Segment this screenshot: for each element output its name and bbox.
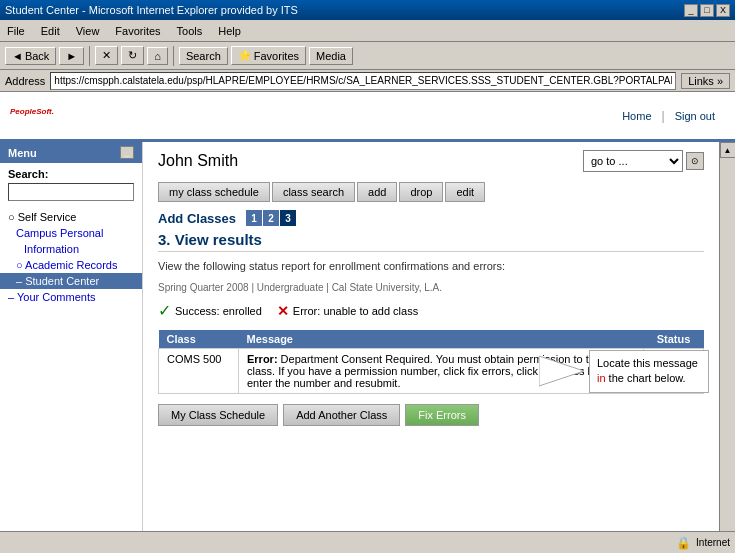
sidebar-item-campus-personal[interactable]: Campus Personal bbox=[0, 225, 142, 241]
goto-select[interactable]: go to ... bbox=[583, 150, 683, 172]
goto-button[interactable]: ⊙ bbox=[686, 152, 704, 170]
bottom-buttons: My Class Schedule Add Another Class Fix … bbox=[158, 404, 704, 426]
content-area: John Smith go to ... ⊙ my class schedule… bbox=[143, 142, 719, 553]
home-button[interactable]: ⌂ bbox=[147, 47, 168, 65]
search-button[interactable]: Search bbox=[179, 47, 228, 65]
media-button[interactable]: Media bbox=[309, 47, 353, 65]
error-icon: ✕ bbox=[277, 303, 289, 319]
sidebar-search-section: Search: bbox=[0, 163, 142, 206]
toolbar: ◄ Back ► ✕ ↻ ⌂ Search ⭐ Favorites Media bbox=[0, 42, 735, 70]
description: View the following status report for enr… bbox=[158, 260, 704, 272]
success-status: ✓ Success: enrolled bbox=[158, 301, 262, 320]
content-inner: John Smith go to ... ⊙ my class schedule… bbox=[143, 142, 719, 434]
step-2: 2 bbox=[263, 210, 279, 226]
row-class: COMS 500 bbox=[159, 349, 239, 394]
tab-row: my class schedule class search add drop … bbox=[158, 182, 704, 202]
sidebar-menu-header: Menu _ bbox=[0, 142, 142, 163]
status-bar: 🔒 Internet bbox=[0, 531, 735, 553]
user-name: John Smith bbox=[158, 152, 238, 170]
error-bold-label: Error: bbox=[247, 353, 278, 365]
minimize-button[interactable]: _ bbox=[684, 4, 698, 17]
address-label: Address bbox=[5, 75, 45, 87]
sidebar-nav: ○ Self Service Campus Personal Informati… bbox=[0, 206, 142, 308]
menu-edit[interactable]: Edit bbox=[37, 23, 64, 39]
toolbar-separator-2 bbox=[173, 46, 174, 66]
sidebar-menu-label: Menu bbox=[8, 147, 37, 159]
ps-nav: Home | Sign out bbox=[612, 109, 725, 123]
toolbar-separator bbox=[89, 46, 90, 66]
success-label: Success: enrolled bbox=[175, 305, 262, 317]
links-button[interactable]: Links » bbox=[681, 73, 730, 89]
error-label: Error: unable to add class bbox=[293, 305, 418, 317]
fix-errors-button[interactable]: Fix Errors bbox=[405, 404, 479, 426]
step-boxes: 1 2 3 bbox=[246, 210, 296, 226]
svg-marker-0 bbox=[539, 356, 584, 386]
col-header-status: Status bbox=[644, 330, 704, 349]
annotation-wrapper: Locate this message in the chart below. bbox=[539, 350, 709, 393]
maximize-button[interactable]: □ bbox=[700, 4, 714, 17]
menu-file[interactable]: File bbox=[3, 23, 29, 39]
scrollbar[interactable]: ▲ ▼ bbox=[719, 142, 735, 553]
title-bar: Student Center - Microsoft Internet Expl… bbox=[0, 0, 735, 20]
forward-button[interactable]: ► bbox=[59, 47, 84, 65]
table-wrapper: Class Message Status COMS 500 Error: Dep… bbox=[158, 330, 704, 394]
error-status: ✕ Error: unable to add class bbox=[277, 303, 418, 319]
stop-button[interactable]: ✕ bbox=[95, 46, 118, 65]
tab-edit[interactable]: edit bbox=[445, 182, 485, 202]
step-1: 1 bbox=[246, 210, 262, 226]
menu-tools[interactable]: Tools bbox=[173, 23, 207, 39]
sidebar-search-label: Search: bbox=[8, 168, 134, 180]
menu-favorites[interactable]: Favorites bbox=[111, 23, 164, 39]
annotation-highlight: in bbox=[597, 372, 606, 384]
section-title: 3. View results bbox=[158, 231, 704, 252]
success-icon: ✓ bbox=[158, 301, 171, 320]
menu-help[interactable]: Help bbox=[214, 23, 245, 39]
favorites-button[interactable]: ⭐ Favorites bbox=[231, 46, 306, 65]
add-another-class-button[interactable]: Add Another Class bbox=[283, 404, 400, 426]
ps-logo: PeopleSoft. bbox=[10, 105, 54, 126]
sidebar-item-information[interactable]: Information bbox=[0, 241, 142, 257]
address-bar: Address Links » bbox=[0, 70, 735, 92]
semester-info: Spring Quarter 2008 | Undergraduate | Ca… bbox=[158, 282, 704, 293]
nav-signout-link[interactable]: Sign out bbox=[665, 110, 725, 122]
tab-add[interactable]: add bbox=[357, 182, 397, 202]
annotation-arrow-svg bbox=[539, 351, 589, 391]
my-class-schedule-button[interactable]: My Class Schedule bbox=[158, 404, 278, 426]
address-input[interactable] bbox=[50, 72, 676, 90]
col-header-class: Class bbox=[159, 330, 239, 349]
status-bar-right: 🔒 Internet bbox=[676, 536, 730, 550]
user-row: John Smith go to ... ⊙ bbox=[158, 150, 704, 172]
scroll-up-button[interactable]: ▲ bbox=[720, 142, 736, 158]
steps-row: Add Classes 1 2 3 bbox=[158, 210, 704, 226]
sidebar-item-your-comments[interactable]: – Your Comments bbox=[0, 289, 142, 305]
add-classes-label: Add Classes bbox=[158, 211, 236, 226]
sidebar-search-input[interactable] bbox=[8, 183, 134, 201]
status-row: ✓ Success: enrolled ✕ Error: unable to a… bbox=[158, 301, 704, 320]
internet-label: Internet bbox=[696, 537, 730, 548]
refresh-button[interactable]: ↻ bbox=[121, 46, 144, 65]
sidebar-close-button[interactable]: _ bbox=[120, 146, 134, 159]
annotation-text: Locate this message in the chart below. bbox=[589, 350, 709, 393]
sidebar: Menu _ Search: ○ Self Service Campus Per… bbox=[0, 142, 143, 553]
window-title: Student Center - Microsoft Internet Expl… bbox=[5, 4, 298, 16]
ps-header: PeopleSoft. Home | Sign out bbox=[0, 92, 735, 142]
tab-drop[interactable]: drop bbox=[399, 182, 443, 202]
nav-home-link[interactable]: Home bbox=[612, 110, 661, 122]
sidebar-item-student-center[interactable]: – Student Center bbox=[0, 273, 142, 289]
step-3: 3 bbox=[280, 210, 296, 226]
menu-bar: File Edit View Favorites Tools Help bbox=[0, 20, 735, 42]
main-layout: Menu _ Search: ○ Self Service Campus Per… bbox=[0, 142, 735, 553]
tab-my-class-schedule[interactable]: my class schedule bbox=[158, 182, 270, 202]
goto-container: go to ... ⊙ bbox=[583, 150, 704, 172]
tab-class-search[interactable]: class search bbox=[272, 182, 355, 202]
lock-icon: 🔒 bbox=[676, 536, 691, 550]
window-controls: _ □ X bbox=[684, 4, 730, 17]
close-button[interactable]: X bbox=[716, 4, 730, 17]
menu-view[interactable]: View bbox=[72, 23, 104, 39]
col-header-message: Message bbox=[239, 330, 644, 349]
back-button[interactable]: ◄ Back bbox=[5, 47, 56, 65]
sidebar-item-self-service[interactable]: ○ Self Service bbox=[0, 209, 142, 225]
sidebar-item-academic-records[interactable]: ○ Academic Records bbox=[0, 257, 142, 273]
